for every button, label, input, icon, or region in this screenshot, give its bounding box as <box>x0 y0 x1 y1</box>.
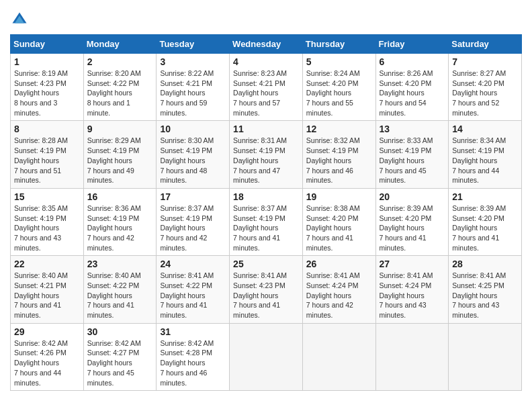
day-info: Sunrise: 8:42 AM Sunset: 4:26 PM Dayligh… <box>14 338 80 387</box>
weekday-header-wednesday: Wednesday <box>230 35 303 54</box>
day-number: 9 <box>87 124 153 134</box>
day-info: Sunrise: 8:23 AM Sunset: 4:21 PM Dayligh… <box>233 68 299 118</box>
day-info: Sunrise: 8:31 AM Sunset: 4:19 PM Dayligh… <box>233 136 299 185</box>
day-info: Sunrise: 8:27 AM Sunset: 4:20 PM Dayligh… <box>452 68 518 118</box>
day-info: Sunrise: 8:40 AM Sunset: 4:21 PM Dayligh… <box>14 271 80 320</box>
calendar-cell: 15 Sunrise: 8:35 AM Sunset: 4:19 PM Dayl… <box>11 188 84 255</box>
day-number: 14 <box>452 124 518 134</box>
day-number: 30 <box>87 326 153 337</box>
day-number: 5 <box>306 56 372 67</box>
day-number: 20 <box>380 191 445 202</box>
day-info: Sunrise: 8:26 AM Sunset: 4:20 PM Dayligh… <box>380 68 445 118</box>
day-info: Sunrise: 8:39 AM Sunset: 4:20 PM Dayligh… <box>452 203 518 253</box>
day-info: Sunrise: 8:28 AM Sunset: 4:19 PM Dayligh… <box>14 136 80 185</box>
calendar-cell: 5 Sunrise: 8:24 AM Sunset: 4:20 PM Dayli… <box>302 54 375 121</box>
calendar-cell: 20 Sunrise: 8:39 AM Sunset: 4:20 PM Dayl… <box>375 188 449 255</box>
calendar-week-1: 1 Sunrise: 8:19 AM Sunset: 4:23 PM Dayli… <box>11 54 522 121</box>
calendar-cell: 28 Sunrise: 8:41 AM Sunset: 4:25 PM Dayl… <box>449 256 522 323</box>
calendar-cell: 9 Sunrise: 8:29 AM Sunset: 4:19 PM Dayli… <box>83 121 157 188</box>
weekday-header-thursday: Thursday <box>302 35 375 54</box>
day-info: Sunrise: 8:41 AM Sunset: 4:24 PM Dayligh… <box>306 271 372 320</box>
day-info: Sunrise: 8:37 AM Sunset: 4:19 PM Dayligh… <box>233 203 299 253</box>
day-number: 11 <box>233 124 299 134</box>
day-number: 13 <box>380 124 445 134</box>
calendar-cell: 11 Sunrise: 8:31 AM Sunset: 4:19 PM Dayl… <box>230 121 303 188</box>
calendar-cell: 22 Sunrise: 8:40 AM Sunset: 4:21 PM Dayl… <box>11 256 84 323</box>
day-number: 2 <box>87 56 153 67</box>
calendar-cell: 24 Sunrise: 8:41 AM Sunset: 4:22 PM Dayl… <box>157 256 230 323</box>
day-info: Sunrise: 8:29 AM Sunset: 4:19 PM Dayligh… <box>87 136 153 185</box>
day-number: 16 <box>87 191 153 202</box>
day-info: Sunrise: 8:24 AM Sunset: 4:20 PM Dayligh… <box>306 68 372 118</box>
day-number: 21 <box>452 191 518 202</box>
day-number: 24 <box>160 259 226 269</box>
day-number: 1 <box>14 56 80 67</box>
calendar-cell: 26 Sunrise: 8:41 AM Sunset: 4:24 PM Dayl… <box>302 256 375 323</box>
weekday-header-friday: Friday <box>375 35 449 54</box>
calendar-cell: 7 Sunrise: 8:27 AM Sunset: 4:20 PM Dayli… <box>449 54 522 121</box>
day-number: 27 <box>380 259 445 269</box>
day-number: 4 <box>233 56 299 67</box>
calendar-cell: 30 Sunrise: 8:42 AM Sunset: 4:27 PM Dayl… <box>83 323 157 390</box>
calendar-cell <box>302 323 375 390</box>
day-info: Sunrise: 8:35 AM Sunset: 4:19 PM Dayligh… <box>14 203 80 253</box>
day-info: Sunrise: 8:40 AM Sunset: 4:22 PM Dayligh… <box>87 271 153 320</box>
calendar-cell: 19 Sunrise: 8:38 AM Sunset: 4:20 PM Dayl… <box>302 188 375 255</box>
calendar-header-row: SundayMondayTuesdayWednesdayThursdayFrid… <box>11 35 522 54</box>
day-info: Sunrise: 8:42 AM Sunset: 4:27 PM Dayligh… <box>87 338 153 387</box>
day-number: 31 <box>160 326 226 337</box>
day-number: 29 <box>14 326 80 337</box>
day-number: 7 <box>452 56 518 67</box>
calendar-week-3: 15 Sunrise: 8:35 AM Sunset: 4:19 PM Dayl… <box>11 188 522 255</box>
calendar-week-4: 22 Sunrise: 8:40 AM Sunset: 4:21 PM Dayl… <box>11 256 522 323</box>
day-info: Sunrise: 8:30 AM Sunset: 4:19 PM Dayligh… <box>160 136 226 185</box>
day-number: 23 <box>87 259 153 269</box>
calendar-cell: 17 Sunrise: 8:37 AM Sunset: 4:19 PM Dayl… <box>157 188 230 255</box>
weekday-header-saturday: Saturday <box>449 35 522 54</box>
day-info: Sunrise: 8:41 AM Sunset: 4:24 PM Dayligh… <box>380 271 445 320</box>
calendar-cell: 4 Sunrise: 8:23 AM Sunset: 4:21 PM Dayli… <box>230 54 303 121</box>
day-number: 22 <box>14 259 80 269</box>
day-info: Sunrise: 8:19 AM Sunset: 4:23 PM Dayligh… <box>14 68 80 118</box>
logo <box>10 10 32 29</box>
calendar-week-2: 8 Sunrise: 8:28 AM Sunset: 4:19 PM Dayli… <box>11 121 522 188</box>
calendar-cell: 16 Sunrise: 8:36 AM Sunset: 4:19 PM Dayl… <box>83 188 157 255</box>
calendar-cell: 8 Sunrise: 8:28 AM Sunset: 4:19 PM Dayli… <box>11 121 84 188</box>
day-number: 18 <box>233 191 299 202</box>
day-info: Sunrise: 8:36 AM Sunset: 4:19 PM Dayligh… <box>87 203 153 253</box>
day-number: 12 <box>306 124 372 134</box>
day-info: Sunrise: 8:32 AM Sunset: 4:19 PM Dayligh… <box>306 136 372 185</box>
calendar-cell: 6 Sunrise: 8:26 AM Sunset: 4:20 PM Dayli… <box>375 54 449 121</box>
calendar-cell: 2 Sunrise: 8:20 AM Sunset: 4:22 PM Dayli… <box>83 54 157 121</box>
calendar-cell: 27 Sunrise: 8:41 AM Sunset: 4:24 PM Dayl… <box>375 256 449 323</box>
day-info: Sunrise: 8:39 AM Sunset: 4:20 PM Dayligh… <box>380 203 445 253</box>
day-info: Sunrise: 8:41 AM Sunset: 4:25 PM Dayligh… <box>452 271 518 320</box>
calendar-cell: 18 Sunrise: 8:37 AM Sunset: 4:19 PM Dayl… <box>230 188 303 255</box>
calendar-cell: 23 Sunrise: 8:40 AM Sunset: 4:22 PM Dayl… <box>83 256 157 323</box>
calendar-cell <box>375 323 449 390</box>
calendar-cell: 14 Sunrise: 8:34 AM Sunset: 4:19 PM Dayl… <box>449 121 522 188</box>
logo-icon <box>10 10 29 29</box>
calendar-week-5: 29 Sunrise: 8:42 AM Sunset: 4:26 PM Dayl… <box>11 323 522 390</box>
weekday-header-monday: Monday <box>83 35 157 54</box>
day-info: Sunrise: 8:20 AM Sunset: 4:22 PM Dayligh… <box>87 68 153 118</box>
day-info: Sunrise: 8:37 AM Sunset: 4:19 PM Dayligh… <box>160 203 226 253</box>
page-header <box>10 10 522 29</box>
day-number: 10 <box>160 124 226 134</box>
day-info: Sunrise: 8:41 AM Sunset: 4:22 PM Dayligh… <box>160 271 226 320</box>
calendar-cell <box>230 323 303 390</box>
calendar-cell <box>449 323 522 390</box>
calendar-cell: 3 Sunrise: 8:22 AM Sunset: 4:21 PM Dayli… <box>157 54 230 121</box>
day-info: Sunrise: 8:41 AM Sunset: 4:23 PM Dayligh… <box>233 271 299 320</box>
day-info: Sunrise: 8:34 AM Sunset: 4:19 PM Dayligh… <box>452 136 518 185</box>
calendar-cell: 1 Sunrise: 8:19 AM Sunset: 4:23 PM Dayli… <box>11 54 84 121</box>
calendar-cell: 10 Sunrise: 8:30 AM Sunset: 4:19 PM Dayl… <box>157 121 230 188</box>
day-number: 17 <box>160 191 226 202</box>
day-number: 25 <box>233 259 299 269</box>
day-info: Sunrise: 8:38 AM Sunset: 4:20 PM Dayligh… <box>306 203 372 253</box>
calendar-table: SundayMondayTuesdayWednesdayThursdayFrid… <box>10 34 522 391</box>
day-info: Sunrise: 8:33 AM Sunset: 4:19 PM Dayligh… <box>380 136 445 185</box>
calendar-cell: 31 Sunrise: 8:42 AM Sunset: 4:28 PM Dayl… <box>157 323 230 390</box>
calendar-cell: 13 Sunrise: 8:33 AM Sunset: 4:19 PM Dayl… <box>375 121 449 188</box>
day-number: 6 <box>380 56 445 67</box>
